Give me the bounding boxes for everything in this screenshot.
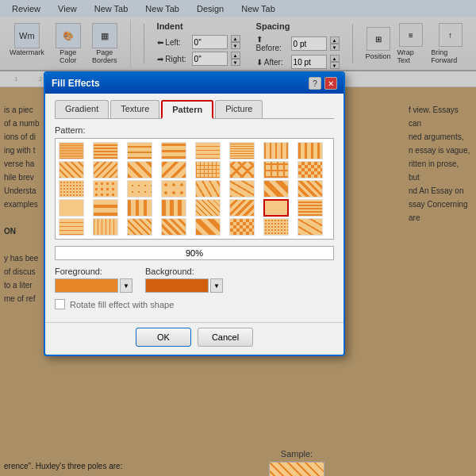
pattern-cell-31[interactable]	[263, 199, 289, 217]
rotate-checkbox-row: Rotate fill effect with shape	[55, 299, 334, 309]
pattern-cell-33[interactable]	[59, 218, 84, 236]
foreground-swatch[interactable]	[55, 278, 118, 293]
pattern-cell-4[interactable]	[161, 142, 186, 159]
background-picker-row: ▼	[145, 278, 223, 293]
pattern-cell-12[interactable]	[161, 161, 186, 178]
pattern-cell-9[interactable]	[59, 161, 84, 178]
pattern-cell-13[interactable]	[195, 161, 221, 178]
pattern-cell-14[interactable]	[229, 161, 255, 178]
dialog-footer: OK Cancel	[45, 322, 344, 355]
color-sample-area: Foreground: ▼ Background: ▼ Sample:	[55, 267, 334, 293]
background-group: Background: ▼	[145, 267, 223, 293]
background-dropdown-button[interactable]: ▼	[210, 278, 223, 293]
pattern-cell-16[interactable]	[298, 161, 323, 178]
ok-button[interactable]: OK	[136, 328, 191, 347]
pattern-cell-37[interactable]	[195, 218, 221, 236]
pattern-cell-6[interactable]	[229, 142, 255, 159]
pattern-cell-24[interactable]	[298, 180, 323, 198]
rotate-checkbox-label: Rotate fill effect with shape	[70, 300, 174, 309]
pattern-cell-3[interactable]	[127, 142, 152, 159]
pattern-cell-17[interactable]	[59, 180, 84, 198]
pattern-cell-35[interactable]	[127, 218, 152, 236]
pattern-cell-18[interactable]	[93, 180, 118, 198]
dialog-titlebar: Fill Effects ? ✕	[45, 73, 344, 94]
pattern-cell-7[interactable]	[263, 142, 289, 159]
dialog-close-button[interactable]: ✕	[324, 77, 337, 90]
tab-texture[interactable]: Texture	[110, 100, 159, 118]
cancel-button[interactable]: Cancel	[198, 328, 253, 347]
foreground-picker-row: ▼	[55, 278, 132, 293]
pattern-cell-20[interactable]	[161, 180, 186, 198]
pattern-cell-19[interactable]	[127, 180, 152, 198]
pattern-cell-25[interactable]	[59, 199, 84, 217]
pattern-cell-32[interactable]	[298, 199, 323, 217]
percent-bar: 90%	[55, 246, 334, 260]
pattern-cell-30[interactable]	[229, 199, 255, 217]
dialog-tabs: Gradient Texture Pattern Picture	[55, 100, 334, 119]
pattern-cell-15[interactable]	[263, 161, 289, 178]
foreground-label: Foreground:	[55, 267, 132, 276]
pattern-cell-28[interactable]	[161, 199, 186, 217]
sample-section: Sample:	[269, 449, 324, 476]
pattern-label: Pattern:	[55, 125, 334, 135]
foreground-dropdown-button[interactable]: ▼	[120, 278, 132, 293]
background-label: Background:	[145, 267, 223, 276]
pattern-cell-8[interactable]	[298, 142, 323, 159]
foreground-group: Foreground: ▼	[55, 267, 132, 293]
sample-label: Sample:	[281, 449, 313, 459]
pattern-cell-2[interactable]	[93, 142, 118, 159]
pattern-cell-26[interactable]	[93, 199, 118, 217]
pattern-cell-39[interactable]	[263, 218, 289, 236]
color-row: Foreground: ▼ Background: ▼	[55, 267, 334, 293]
pattern-cell-29[interactable]	[195, 199, 221, 217]
dialog-title: Fill Effects	[52, 78, 100, 89]
pattern-cell-34[interactable]	[93, 218, 118, 236]
pattern-grid	[55, 138, 334, 240]
tab-gradient[interactable]: Gradient	[55, 100, 109, 118]
dialog-help-button[interactable]: ?	[309, 77, 321, 90]
pattern-cell-22[interactable]	[229, 180, 255, 198]
pattern-cell-1[interactable]	[59, 142, 84, 159]
dialog-controls: ? ✕	[309, 77, 337, 90]
pattern-cell-38[interactable]	[229, 218, 255, 236]
tab-pattern[interactable]: Pattern	[161, 100, 213, 119]
pattern-cell-5[interactable]	[195, 142, 221, 159]
rotate-checkbox[interactable]	[55, 299, 65, 309]
fill-effects-dialog: Fill Effects ? ✕ Gradient Texture Patter…	[44, 71, 345, 356]
pattern-cell-11[interactable]	[127, 161, 152, 178]
pattern-cell-23[interactable]	[263, 180, 289, 198]
pattern-cell-36[interactable]	[161, 218, 186, 236]
pattern-cell-10[interactable]	[93, 161, 118, 178]
pattern-cell-27[interactable]	[127, 199, 152, 217]
pattern-cell-21[interactable]	[195, 180, 221, 198]
dialog-body: Gradient Texture Pattern Picture Pattern…	[45, 94, 344, 322]
background-swatch[interactable]	[145, 278, 209, 293]
sample-box	[269, 462, 324, 476]
pattern-cell-40[interactable]	[298, 218, 323, 236]
tab-picture[interactable]: Picture	[215, 100, 263, 118]
